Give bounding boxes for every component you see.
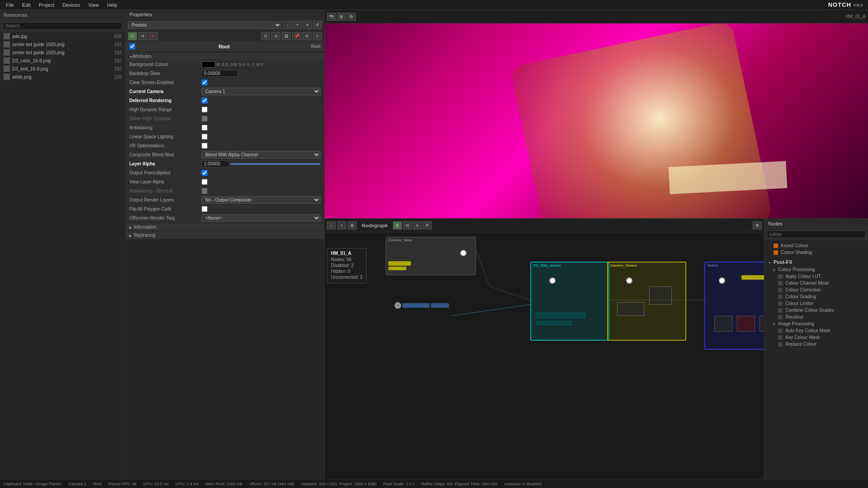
props-pin-btn[interactable]: 📌 (292, 32, 301, 40)
nodegraph-canvas[interactable]: HM_01_A Nodes: 56 Disabled: 2 Hidden: 0 … (325, 232, 764, 488)
image-processing-header[interactable]: Image Processing (769, 320, 868, 327)
ng-settings-btn[interactable]: ⚙ (753, 221, 762, 230)
nodes-item-colour-shading[interactable]: Colour Shading (764, 249, 868, 256)
viewport-cam-btn[interactable]: 📷 (327, 13, 336, 21)
attr-value-view-layer[interactable] (202, 179, 321, 185)
menu-edit[interactable]: Edit (19, 1, 34, 9)
attr-value-offscreen[interactable]: <None> (202, 214, 321, 222)
props-paste-btn[interactable]: ⎗ (271, 32, 280, 40)
attr-value-clear-screen[interactable] (202, 80, 321, 85)
dither-checkbox[interactable] (202, 116, 208, 122)
attr-value-linear-space[interactable] (202, 134, 321, 140)
menu-project[interactable]: Project (35, 1, 58, 9)
nodes-item-key-colour-mask[interactable]: Key Colour Mask (769, 334, 868, 341)
colour-processing-header[interactable]: Colour Processing (769, 266, 868, 273)
menu-view[interactable]: View (85, 1, 103, 9)
list-item[interactable]: white.png 128 (0, 73, 125, 81)
preset-down-btn[interactable]: ↓ (283, 21, 292, 29)
root-checkbox[interactable] (129, 43, 135, 49)
list-item[interactable]: center led guide 1920.png 192 (0, 40, 125, 48)
menu-file[interactable]: File (2, 1, 18, 9)
nodes-item-apply-colour-lut[interactable]: Apply Colour LUT (769, 273, 868, 280)
ng-mode-p[interactable]: P (423, 221, 432, 230)
node-group-camera[interactable]: Camera_Slave (386, 237, 476, 275)
viewport-grid-btn[interactable]: ⊞ (337, 13, 346, 21)
props-copy-btn[interactable]: ⎘ (261, 32, 270, 40)
node-group-blue[interactable]: Motion (704, 262, 764, 350)
presets-dropdown[interactable]: Presets (128, 21, 282, 29)
layer-alpha-input[interactable] (202, 160, 229, 167)
props-enabled-btn[interactable]: ✓ (128, 32, 137, 40)
clear-screen-checkbox[interactable] (202, 80, 208, 85)
composite-blend-dropdown[interactable]: Blend With Alpha Channel (202, 151, 321, 159)
attributes-section-header[interactable]: Attributes (126, 52, 324, 60)
attr-value-camera[interactable]: Camera 1 (202, 88, 321, 95)
nodes-item-colour-correction[interactable]: Colour Correction (769, 286, 868, 293)
camera-dropdown[interactable]: Camera 1 (202, 88, 321, 95)
attr-value-deferred[interactable] (202, 98, 321, 103)
ng-mode-s[interactable]: S (393, 221, 402, 230)
attr-value-composite-blend[interactable]: Blend With Alpha Channel (202, 151, 321, 159)
ng-add-btn[interactable]: + (337, 221, 346, 230)
attr-value-flip-polygon[interactable] (202, 206, 321, 212)
attr-value-antialias[interactable] (202, 125, 321, 131)
ng-mode-a[interactable]: A (413, 221, 422, 230)
resources-search-input[interactable] (3, 22, 123, 30)
nodes-item-keyed-colour[interactable]: Keyed Colour (764, 242, 868, 249)
menu-devices[interactable]: Devices (59, 1, 84, 9)
nodes-search-input[interactable] (767, 230, 866, 238)
attr-value-bg-colour[interactable]: R: 0 G: 0 B: 0 A: 0 C W P (202, 61, 321, 68)
premulti-checkbox[interactable] (202, 170, 208, 176)
nodegraph-tab-label[interactable]: Nodegraph (362, 223, 388, 228)
props-refresh2-btn[interactable]: ↺ (302, 32, 311, 40)
offscreen-dropdown[interactable]: <None> (202, 214, 321, 222)
flip-polygon-checkbox[interactable] (202, 206, 208, 212)
ng-grid-btn[interactable]: ⊞ (348, 221, 357, 230)
menu-help[interactable]: Help (104, 1, 121, 9)
vr-checkbox[interactable] (202, 143, 208, 149)
attr-value-premulti[interactable] (202, 170, 321, 176)
view-layer-checkbox[interactable] (202, 179, 208, 185)
antialias-checkbox[interactable] (202, 125, 208, 131)
raytracing-section-header[interactable]: Raytracing (126, 231, 324, 239)
attr-value-output-render[interactable]: No - Output Composite (202, 196, 321, 204)
nodes-item-colour-channel-mixer[interactable]: Colour Channel Mixer (769, 280, 868, 286)
preset-refresh-btn[interactable]: ↺ (313, 21, 322, 29)
list-item[interactable]: D3_color_16-9.png 192 (0, 56, 125, 65)
information-section-header[interactable]: Information (126, 223, 324, 231)
props-help-btn[interactable]: ? (313, 32, 322, 40)
list-item[interactable]: ada.jpg 636 (0, 32, 125, 40)
preset-menu-btn[interactable]: ≡ (303, 21, 312, 29)
attr-value-vr[interactable] (202, 143, 321, 149)
linear-space-checkbox[interactable] (202, 134, 208, 140)
ng-mode-n[interactable]: N (403, 221, 412, 230)
antialias-blend-checkbox[interactable] (202, 188, 208, 194)
backdrop-glow-input[interactable] (202, 70, 238, 77)
deferred-checkbox[interactable] (202, 98, 208, 103)
output-render-dropdown[interactable]: No - Output Composite (202, 196, 321, 204)
colour-processing-subsection: Colour Processing Apply Colour LUT Colou… (769, 266, 868, 320)
nodes-item-combine-colour-grades[interactable]: Combine Colour Grades (769, 307, 868, 314)
node-group-teal1[interactable]: FG_Glitc_stream (530, 262, 609, 341)
nodes-item-colour-limiter[interactable]: Colour Limiter (769, 300, 868, 307)
nodes-item-recolour[interactable]: Recolour (769, 314, 868, 320)
viewport-settings-btn[interactable]: ⚙ (347, 13, 356, 21)
hdr-checkbox[interactable] (202, 107, 208, 113)
nodes-item-auto-key-colour-mask[interactable]: Auto Key Colour Mask (769, 327, 868, 334)
list-item[interactable]: center led guide 1920.png 192 (0, 48, 125, 56)
list-item[interactable]: D3_test_16-9.png 192 (0, 65, 125, 73)
props-close-btn[interactable]: ✕ (149, 32, 158, 40)
ng-home-btn[interactable]: ⌂ (327, 221, 336, 230)
attr-value-hdr[interactable] (202, 107, 321, 113)
layer-alpha-slider[interactable] (230, 163, 321, 165)
preset-add-btn[interactable]: + (293, 21, 302, 29)
props-link-btn[interactable]: ⛓ (282, 32, 291, 40)
nodes-section-postfx-header[interactable]: Post-FX (764, 258, 868, 266)
attr-label-clear-screen: Clear Screen Enabled (129, 80, 202, 85)
nodes-item-replace-colour[interactable]: Replace Colour (769, 341, 868, 347)
node-group-yellow[interactable]: Camera_Stream (607, 262, 686, 341)
props-reset-btn[interactable]: ↺ (138, 32, 147, 40)
attr-value-layer-alpha[interactable] (202, 160, 321, 167)
nodes-item-colour-grading[interactable]: Colour Grading (769, 293, 868, 300)
color-swatch[interactable] (202, 61, 215, 68)
